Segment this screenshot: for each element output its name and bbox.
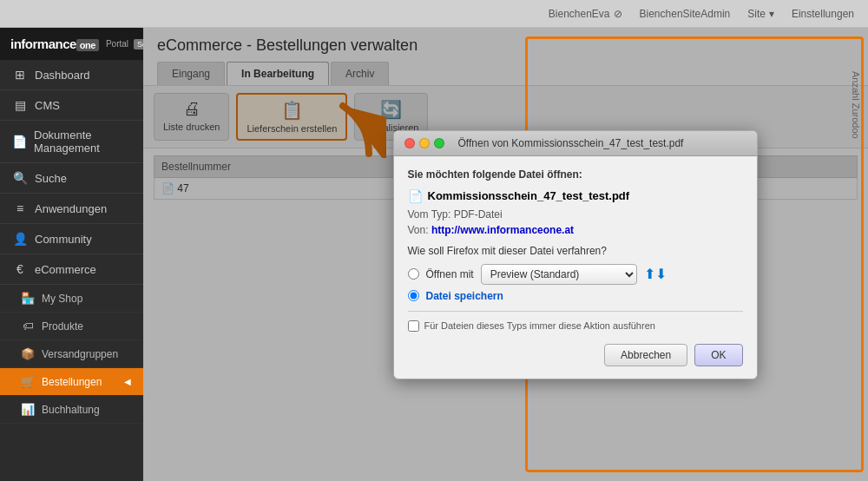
top-bar: BienchenEva ⊘ BienchenSiteAdmin Site ▾ E…	[0, 0, 868, 28]
modal-from-link[interactable]: http://www.informanceone.at	[431, 224, 574, 236]
sidebar-item-anwendungen[interactable]: ≡ Anwendungen	[0, 194, 143, 224]
abbrechen-button[interactable]: Abbrechen	[604, 344, 687, 366]
ecommerce-icon: €	[12, 262, 28, 276]
modal-question: Wie soll Firefox mit dieser Datei verfah…	[408, 245, 743, 257]
open-with-select[interactable]: Preview (Standard)	[481, 264, 637, 285]
always-do-label: Für Dateien dieses Typs immer diese Akti…	[424, 320, 655, 331]
top-bar-site[interactable]: Site ▾	[747, 8, 774, 20]
open-with-option[interactable]: Öffnen mit Preview (Standard) ⬆⬇	[408, 264, 743, 285]
buchhaltung-icon: 📊	[21, 403, 35, 416]
sidebar-logo: informanceone Portal Server	[0, 28, 143, 60]
bestellungen-icon: 🛒	[21, 375, 35, 388]
minimize-button-dot[interactable]	[419, 138, 430, 148]
versandgruppen-icon: 📦	[21, 347, 35, 360]
modal-divider	[408, 311, 743, 312]
ok-button[interactable]: OK	[694, 344, 742, 366]
sidebar-sub-item-produkte[interactable]: 🏷 Produkte	[0, 313, 143, 340]
pdf-icon: 📄	[408, 189, 423, 203]
save-file-option[interactable]: Datei speichern	[408, 290, 743, 302]
traffic-lights	[404, 138, 444, 148]
sidebar-sub-item-buchhaltung[interactable]: 📊 Buchhaltung	[0, 396, 143, 424]
main-layout: informanceone Portal Server ⊞ Dashboard …	[0, 28, 868, 481]
always-do-checkbox[interactable]	[408, 320, 419, 332]
dashboard-icon: ⊞	[12, 68, 28, 82]
sidebar-sub-item-bestellungen[interactable]: 🛒 Bestellungen ◀	[0, 368, 143, 396]
sidebar-item-community[interactable]: 👤 Community	[0, 224, 143, 254]
modal-buttons: Abbrechen OK	[408, 344, 743, 366]
modal-body: Sie möchten folgende Datei öffnen: 📄 Kom…	[394, 156, 757, 379]
sidebar-item-cms[interactable]: ▤ CMS	[0, 90, 143, 121]
content-area: eCommerce - Bestellungen verwalten Einga…	[143, 28, 868, 481]
cms-icon: ▤	[12, 98, 28, 112]
community-icon: 👤	[12, 232, 28, 246]
file-open-dialog: Öffnen von Kommissionsschein_47_test_tes…	[393, 130, 758, 379]
sidebar-sub-item-myshop[interactable]: 🏪 My Shop	[0, 285, 143, 313]
top-bar-site-admin[interactable]: BienchenSiteAdmin	[640, 8, 731, 20]
open-with-radio[interactable]	[408, 268, 419, 280]
produkte-icon: 🏷	[21, 320, 35, 333]
anwendungen-icon: ≡	[12, 201, 28, 215]
sidebar-item-dashboard[interactable]: ⊞ Dashboard	[0, 60, 143, 90]
suche-icon: 🔍	[12, 171, 28, 185]
modal-filename: 📄 Kommissionsschein_47_test_test.pdf	[408, 189, 743, 203]
sidebar: informanceone Portal Server ⊞ Dashboard …	[0, 28, 143, 481]
top-bar-settings[interactable]: Einstellungen	[792, 8, 854, 20]
myshop-icon: 🏪	[21, 292, 35, 305]
modal-intro: Sie möchten folgende Datei öffnen:	[408, 168, 743, 181]
dokumente-icon: 📄	[12, 135, 27, 148]
sidebar-sub-item-versandgruppen[interactable]: 📦 Versandgruppen	[0, 340, 143, 368]
modal-from: Von: http://www.informanceone.at	[408, 224, 743, 236]
sidebar-item-suche[interactable]: 🔍 Suche	[0, 163, 143, 194]
close-button-dot[interactable]	[404, 138, 415, 148]
modal-titlebar: Öffnen von Kommissionsschein_47_test_tes…	[394, 131, 757, 156]
modal-backdrop: Öffnen von Kommissionsschein_47_test_tes…	[143, 28, 868, 481]
save-file-label: Datei speichern	[426, 290, 503, 302]
save-file-radio[interactable]	[408, 290, 419, 301]
maximize-button-dot[interactable]	[434, 138, 444, 148]
open-with-label: Öffnen mit	[426, 268, 474, 280]
sidebar-item-dokumente[interactable]: 📄 Dokumente Management	[0, 121, 143, 163]
top-bar-user[interactable]: BienchenEva ⊘	[549, 8, 622, 20]
modal-title: Öffnen von Kommissionsschein_47_test_tes…	[458, 137, 684, 149]
sidebar-item-ecommerce[interactable]: € eCommerce	[0, 254, 143, 285]
modal-type: Vom Typ: PDF-Datei	[408, 208, 743, 221]
modal-checkbox-row[interactable]: Für Dateien dieses Typs immer diese Akti…	[408, 320, 743, 332]
